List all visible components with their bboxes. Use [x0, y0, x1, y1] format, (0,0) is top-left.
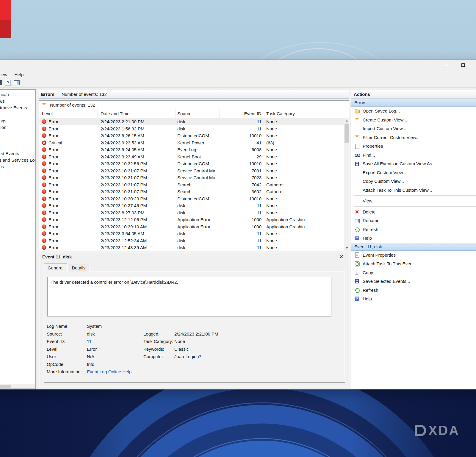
table-row[interactable]: Error 2/23/2023 10:27:46 PM disk 11 None [39, 202, 349, 209]
table-row[interactable]: Error 2/23/2023 10:31:07 PM Service Cont… [39, 167, 349, 174]
action-item[interactable]: Export Custom View... [351, 168, 476, 177]
action-item[interactable]: Event 11, disk [351, 243, 476, 251]
action-item[interactable]: Filter Current Custom View... [351, 133, 476, 142]
table-row[interactable]: Error 2/24/2023 1:56:32 PM disk 11 None [39, 125, 349, 132]
datetime-cell: 2/23/2023 3:54:05 AM [98, 231, 176, 236]
tree-item[interactable] [0, 137, 35, 144]
tree-item[interactable]: y [0, 131, 35, 137]
action-item[interactable]: Import Custom View... [351, 124, 476, 133]
table-row[interactable]: Error 2/23/2023 8:27:03 PM disk 11 None [39, 209, 349, 216]
error-icon [42, 203, 46, 208]
tree-item[interactable]: ews [0, 98, 35, 104]
minimize-button[interactable] [441, 60, 451, 69]
action-item[interactable]: Rename [351, 216, 476, 225]
table-row[interactable]: Error 2/23/2023 12:12:06 PM Application … [39, 216, 349, 223]
details-tab[interactable]: Details [68, 264, 89, 272]
table-row[interactable]: Error 2/24/2023 9:26:15 AM DistributedCO… [39, 132, 349, 139]
eventid-cell: 6008 [220, 147, 263, 152]
column-header-taskcategory[interactable]: Task Category [263, 109, 349, 118]
action-item[interactable]: Open Saved Log... [351, 107, 476, 116]
table-row[interactable]: Error 2/23/2023 12:52:34 AM disk 11 None [39, 237, 349, 244]
eventid-cell: 7023 [220, 175, 263, 180]
action-item[interactable]: Attach Task To This Custom View... [351, 186, 476, 195]
filter-bar: Number of events: 132 [39, 101, 349, 109]
eventid-cell: 11 [220, 126, 263, 131]
column-header-level[interactable]: Level [39, 109, 98, 118]
action-item[interactable]: Copy Custom View... [351, 177, 476, 186]
table-row[interactable]: Error 2/24/2023 2:21:00 PM disk 11 None [39, 118, 349, 125]
table-row[interactable]: Error 2/23/2023 10:32:56 PM DistributedC… [39, 160, 349, 167]
action-item[interactable]: Refresh [351, 225, 476, 234]
tree-item[interactable]: ation [0, 124, 35, 131]
details-fields-right: Logged: 2/24/2023 2:21:00 PM Task Catego… [143, 330, 218, 361]
action-item[interactable]: Save All Events in Custom View As... [351, 159, 476, 168]
table-row[interactable]: Error 2/23/2023 10:31:07 PM Service Cont… [39, 174, 349, 181]
tree-item[interactable]: ns and Services Log [0, 157, 35, 163]
menu-item[interactable]: Help [15, 72, 24, 77]
taskcategory-cell: Gatherer [263, 182, 349, 187]
action-item[interactable] [354, 206, 476, 207]
action-item[interactable]: Find... [351, 151, 476, 160]
event-description[interactable]: The driver detected a controller error o… [47, 277, 331, 316]
toolbar-help-button[interactable]: ? [4, 79, 11, 86]
action-item[interactable]: Save Selected Events... [351, 277, 476, 286]
table-row[interactable]: Error 2/23/2023 3:54:05 AM disk 11 None [39, 230, 349, 237]
error-icon [42, 238, 46, 243]
menu-item[interactable]: iew [1, 72, 7, 77]
column-header-eventid[interactable]: Event ID [220, 109, 263, 118]
column-header-source[interactable]: Source [176, 109, 220, 118]
field-label: Log Name: [47, 324, 87, 329]
table-row[interactable]: Error 2/24/2023 9:24:05 AM EventLog 6008… [39, 146, 349, 153]
action-item[interactable]: Delete [351, 208, 476, 216]
action-item[interactable]: View [351, 196, 476, 205]
table-row[interactable]: Error 2/24/2023 9:23:49 AM Kernel-Boot 2… [39, 153, 349, 160]
action-label: Save All Events in Custom View As... [363, 161, 436, 166]
field-label: Keywords: [143, 347, 174, 352]
scrollbar-thumb[interactable] [0, 385, 11, 388]
scrollbar-thumb[interactable] [345, 124, 349, 143]
action-item[interactable]: Copy [351, 268, 476, 277]
tree-item[interactable] [0, 111, 35, 118]
action-item[interactable]: Refresh [351, 286, 476, 295]
tree-item[interactable]: ons [0, 163, 35, 170]
action-label: Refresh [363, 227, 378, 232]
tree-horizontal-scrollbar[interactable] [0, 384, 35, 389]
copy-icon [354, 270, 360, 275]
tree-item[interactable]: Local) [0, 91, 35, 98]
table-row[interactable]: Critical 2/24/2023 9:23:53 AM Kernel-Pow… [39, 139, 349, 146]
field-value: N/A [87, 354, 94, 359]
tree-item[interactable]: istrative Events [0, 104, 35, 111]
action-item[interactable]: Create Custom View... [351, 116, 476, 124]
toolbar-button-partial[interactable] [0, 79, 3, 86]
action-item[interactable]: Properties [351, 142, 476, 151]
action-item[interactable]: Errors [351, 99, 476, 107]
close-icon[interactable] [338, 253, 345, 261]
maximize-button[interactable] [458, 60, 468, 69]
scroll-down-button[interactable] [344, 246, 349, 251]
table-row[interactable]: Error 2/23/2023 10:31:07 PM Search 3602 … [39, 188, 349, 195]
action-pane-icon [14, 80, 20, 85]
column-header-date[interactable]: Date and Time [98, 109, 176, 118]
action-item[interactable]: Help [351, 294, 476, 303]
action-item[interactable]: Event Properties [351, 251, 476, 260]
tree-item[interactable]: ded Events [0, 150, 35, 157]
action-item[interactable]: Help [351, 234, 476, 243]
table-row[interactable]: Error 2/23/2023 10:30:20 PM DistributedC… [39, 195, 349, 202]
action-item[interactable] [354, 195, 476, 196]
toolbar-action-pane-button[interactable] [13, 79, 20, 86]
eventid-cell: 10010 [220, 196, 263, 201]
table-row[interactable]: Error 2/23/2023 12:48:39 AM disk 11 None [39, 244, 349, 251]
vertical-scrollbar[interactable] [344, 118, 349, 251]
detail-field: Keywords: Classic [143, 345, 218, 353]
scroll-up-button[interactable] [344, 118, 349, 123]
tree-item[interactable]: n [0, 144, 35, 150]
action-item[interactable]: Attach Task To This Event... [351, 259, 476, 268]
taskcategory-cell: None [263, 154, 349, 159]
titlebar[interactable] [0, 60, 476, 71]
table-row[interactable]: Error 2/23/2023 10:31:07 PM Search 7042 … [39, 181, 349, 188]
level-label: Critical [48, 140, 62, 145]
table-row[interactable]: Error 2/23/2023 10:39:10 AM Application … [39, 223, 349, 230]
details-tab[interactable]: General [44, 263, 67, 272]
tree-item[interactable]: Logs [0, 118, 35, 124]
field-label: User: [47, 354, 87, 359]
